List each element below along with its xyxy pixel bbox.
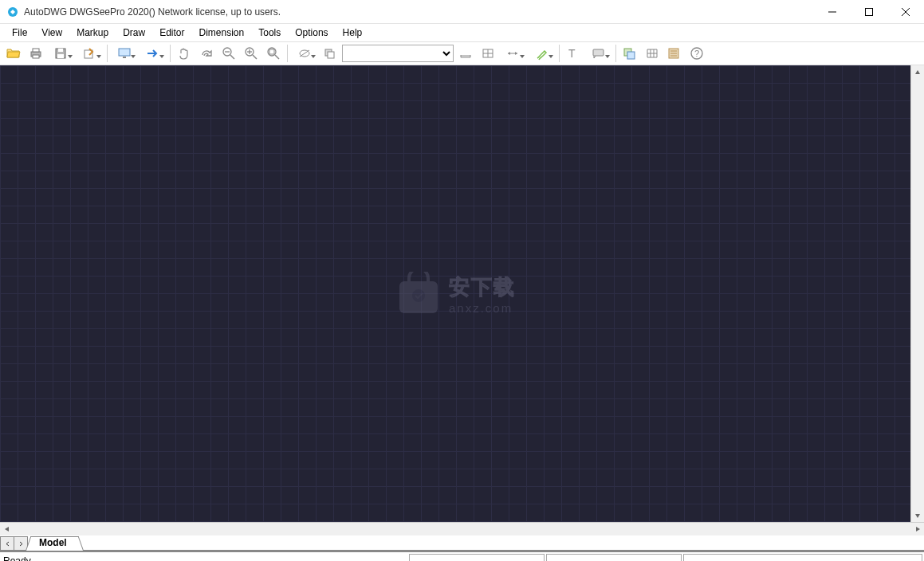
menu-help[interactable]: Help — [336, 26, 370, 40]
layer-select[interactable] — [342, 45, 454, 62]
printer-icon — [29, 47, 43, 60]
brush-icon — [535, 46, 549, 61]
status-panel-1 — [409, 554, 545, 562]
chevron-down-icon — [68, 55, 73, 58]
watermark-main: 安下载 — [449, 273, 516, 301]
status-panel-2 — [546, 554, 682, 562]
menubar: File View Markup Draw Editor Dimension T… — [0, 24, 924, 41]
svg-line-18 — [253, 55, 257, 59]
svg-rect-23 — [269, 49, 274, 54]
svg-rect-37 — [593, 49, 604, 56]
markup-pen-button[interactable] — [529, 43, 556, 64]
monitor-icon — [117, 47, 132, 60]
horizontal-scrollbar[interactable] — [0, 522, 924, 536]
tab-filler — [79, 550, 924, 551]
bag-icon — [395, 272, 442, 316]
menu-editor[interactable]: Editor — [152, 26, 191, 40]
help-button[interactable]: ? — [686, 43, 707, 64]
grid-icon — [645, 47, 659, 60]
scroll-right-button[interactable] — [910, 523, 924, 536]
sheet-tabs: Model — [0, 536, 924, 551]
status-text: Ready — [0, 555, 409, 562]
chevron-down-icon — [96, 55, 101, 58]
drawing-canvas[interactable]: 安下载 anxz.com — [0, 65, 910, 522]
zoom-out-icon — [222, 46, 236, 61]
svg-rect-39 — [627, 52, 635, 59]
dimension-button[interactable] — [500, 43, 527, 64]
svg-line-22 — [275, 55, 279, 59]
pan-button[interactable] — [174, 43, 195, 64]
svg-rect-2 — [866, 9, 873, 16]
dimension-icon — [506, 47, 521, 60]
svg-rect-6 — [33, 49, 39, 52]
svg-rect-27 — [328, 52, 334, 58]
window-title: AutoDWG DWGSeePro 2020() Network license… — [24, 6, 814, 18]
copy-icon — [323, 47, 337, 60]
svg-line-15 — [230, 55, 234, 59]
toolbar: T ? — [0, 41, 924, 65]
scroll-up-button[interactable] — [911, 65, 925, 79]
area-icon — [481, 47, 495, 60]
zoom-window-icon — [266, 46, 281, 61]
hand-icon — [177, 46, 191, 61]
arrow-right-icon — [146, 47, 160, 60]
menu-markup[interactable]: Markup — [69, 26, 116, 40]
menu-file[interactable]: File — [5, 26, 34, 40]
zoom-window-button[interactable] — [263, 43, 284, 64]
tab-label: Model — [39, 537, 67, 548]
minimize-button[interactable] — [814, 0, 851, 24]
watermark: 安下载 anxz.com — [395, 272, 516, 316]
properties-icon — [667, 47, 682, 60]
folder-open-icon — [6, 47, 21, 60]
arrow-button[interactable] — [140, 43, 167, 64]
tab-prev-button[interactable] — [0, 536, 14, 551]
print-button[interactable] — [26, 43, 46, 64]
layers-button[interactable] — [619, 43, 640, 64]
svg-text:?: ? — [694, 49, 699, 58]
svg-rect-12 — [119, 49, 130, 56]
workspace: 安下载 anxz.com — [0, 65, 924, 522]
comment-button[interactable] — [585, 43, 612, 64]
toolbar-separator — [559, 45, 560, 62]
zoom-in-icon — [244, 46, 258, 61]
svg-point-47 — [412, 289, 425, 302]
close-button[interactable] — [887, 0, 924, 24]
chevron-down-icon — [549, 55, 553, 58]
menu-options[interactable]: Options — [288, 26, 335, 40]
chevron-down-icon — [605, 55, 610, 58]
titlebar: AutoDWG DWGSeePro 2020() Network license… — [0, 0, 924, 24]
distance-button[interactable] — [455, 43, 476, 64]
area-button[interactable] — [478, 43, 498, 64]
save-button[interactable] — [48, 43, 75, 64]
zoom-in-button[interactable] — [241, 43, 261, 64]
chevron-down-icon — [131, 55, 136, 58]
scroll-down-button[interactable] — [911, 508, 925, 522]
export-icon — [83, 47, 97, 60]
copy-button[interactable] — [320, 43, 340, 64]
osnap-icon — [297, 47, 312, 60]
redo-icon — [199, 47, 214, 60]
svg-rect-10 — [57, 54, 64, 58]
toolbar-separator — [287, 45, 288, 62]
properties-button[interactable] — [664, 43, 685, 64]
screen-button[interactable] — [111, 43, 138, 64]
zoom-out-button[interactable] — [218, 43, 239, 64]
grid-button[interactable] — [642, 43, 663, 64]
menu-tools[interactable]: Tools — [251, 26, 288, 40]
redo-button[interactable] — [196, 43, 217, 64]
maximize-button[interactable] — [851, 0, 887, 24]
osnap-button[interactable] — [291, 43, 318, 64]
help-icon: ? — [690, 46, 704, 61]
open-button[interactable] — [3, 43, 24, 64]
menu-draw[interactable]: Draw — [116, 26, 152, 40]
menu-view[interactable]: View — [34, 26, 69, 40]
vertical-scrollbar[interactable] — [910, 65, 924, 522]
scroll-left-button[interactable] — [0, 523, 14, 536]
menu-dimension[interactable]: Dimension — [192, 26, 252, 40]
text-button[interactable]: T — [563, 43, 584, 64]
save-icon — [54, 47, 69, 60]
statusbar: Ready — [0, 551, 924, 561]
tab-model[interactable]: Model — [30, 536, 79, 551]
svg-rect-7 — [33, 55, 39, 58]
export-button[interactable] — [77, 43, 104, 64]
